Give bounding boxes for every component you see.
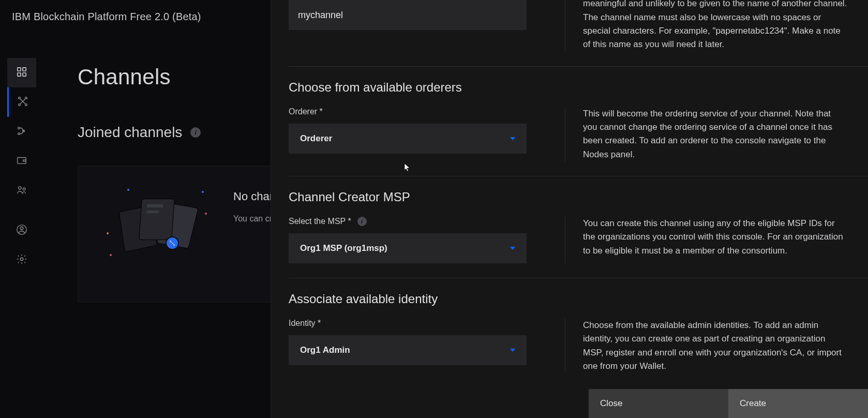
svg-point-18 — [170, 241, 171, 242]
sidebar-user[interactable] — [7, 216, 36, 245]
channel-name-help: All channels must have a name and this n… — [583, 0, 868, 52]
empty-title: No channels available — [233, 190, 272, 203]
svg-point-8 — [18, 127, 20, 129]
svg-rect-1 — [23, 67, 26, 70]
user-icon — [16, 224, 27, 237]
dashboard-icon — [16, 66, 27, 80]
sidebar-settings[interactable] — [7, 245, 36, 275]
svg-point-5 — [25, 97, 27, 99]
page-main: Channels — [78, 65, 171, 89]
identity-section-title: Associate available identity — [289, 292, 868, 306]
create-button[interactable]: Create — [728, 389, 868, 418]
svg-point-17 — [20, 258, 23, 261]
sidebar-nodes[interactable] — [7, 117, 36, 146]
sidebar-dashboard[interactable] — [7, 58, 36, 87]
members-icon — [16, 184, 27, 198]
svg-point-14 — [23, 187, 25, 190]
info-icon[interactable]: i — [190, 127, 201, 138]
panel-footer: Close Create — [589, 389, 868, 418]
msp-help: You can create this channel using any of… — [583, 217, 868, 263]
svg-point-4 — [18, 97, 20, 99]
msp-section-title: Channel Creator MSP — [289, 190, 868, 204]
identity-select-value: Org1 Admin — [300, 345, 350, 355]
orderer-select-value: Orderer — [300, 133, 332, 144]
sidebar-members[interactable] — [7, 176, 36, 205]
app-title: IBM Blockchain Platform Free 2.0 (Beta) — [12, 11, 201, 23]
svg-rect-0 — [18, 67, 21, 70]
close-button[interactable]: Close — [589, 389, 728, 418]
empty-body: You can create a channel using an ordere… — [233, 213, 272, 226]
msp-label: Select the MSP * i — [289, 217, 547, 226]
svg-rect-2 — [18, 72, 21, 76]
joined-channels-title: Joined channels — [78, 124, 182, 141]
nodes-icon — [16, 125, 27, 139]
sidebar-channels[interactable] — [7, 87, 36, 117]
orderer-select[interactable]: Orderer — [289, 124, 527, 154]
identity-select[interactable]: Org1 Admin — [289, 335, 527, 365]
identity-label: Identity * — [289, 319, 547, 328]
info-icon[interactable]: i — [357, 217, 367, 226]
chevron-down-icon — [510, 247, 515, 250]
wallet-icon — [16, 155, 27, 168]
chevron-down-icon — [510, 137, 515, 140]
svg-point-16 — [20, 227, 23, 230]
network-icon — [17, 96, 28, 109]
svg-rect-3 — [23, 72, 26, 76]
svg-point-19 — [174, 245, 175, 246]
msp-select-value: Org1 MSP (org1msp) — [300, 243, 387, 253]
svg-rect-11 — [18, 157, 26, 163]
gear-icon — [16, 253, 27, 267]
sidebar-wallet[interactable] — [7, 146, 36, 176]
identity-help: Choose from the available admin identiti… — [583, 319, 868, 373]
orderer-help: This will become the ordering service of… — [583, 107, 868, 161]
svg-point-13 — [19, 186, 22, 189]
joined-channels-header: Joined channels i — [78, 124, 201, 141]
svg-point-9 — [18, 132, 20, 135]
empty-channels-card: No channels available You can create a c… — [78, 166, 272, 303]
msp-select[interactable]: Org1 MSP (org1msp) — [289, 233, 527, 263]
svg-point-7 — [25, 103, 27, 106]
sidebar — [7, 58, 36, 275]
orderer-label: Orderer * — [289, 107, 547, 116]
chevron-down-icon — [510, 349, 515, 352]
svg-rect-12 — [23, 160, 26, 161]
create-channel-panel: Channel Name All channels must have a na… — [271, 0, 868, 418]
channel-name-input[interactable] — [289, 0, 527, 30]
svg-point-6 — [18, 103, 20, 106]
page-title: Channels — [78, 65, 171, 89]
orderer-section-title: Choose from available orderers — [289, 80, 868, 95]
